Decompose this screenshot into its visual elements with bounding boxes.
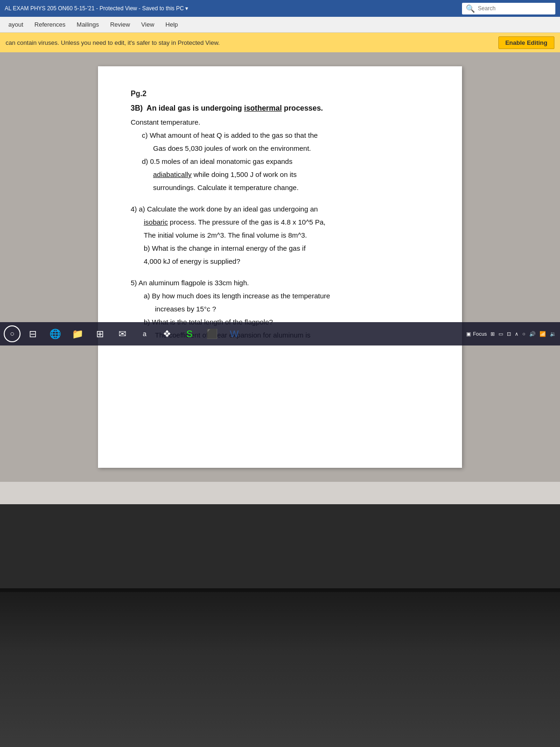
q4-isobaric: isobaric — [144, 218, 168, 226]
menu-references[interactable]: References — [30, 19, 70, 30]
protected-view-bar: can contain viruses. Unless you need to … — [0, 33, 560, 52]
taskbar-mail[interactable]: ✉ — [112, 324, 133, 344]
taskbar-right-area: ▣ Focus ⊞ ▭ ⊡ ∧ ○ 🔊 📶 🔉 — [466, 331, 556, 337]
page-label: Pg.2 — [131, 90, 429, 98]
menu-bar: ayout References Mailings Review View He… — [0, 17, 560, 33]
taskbar-window-icon: ▭ — [498, 331, 503, 337]
focus-button[interactable]: ▣ Focus — [466, 331, 487, 337]
taskbar-search-button[interactable]: ○ — [4, 325, 21, 342]
q4-a1: isobaric process. The pressure of the ga… — [131, 217, 429, 228]
q5-a: a) By how much does its length increase … — [131, 290, 429, 302]
taskbar: ○ ⊟ 🌐 📁 ⊞ ✉ a ❖ S ⬛ W ▣ Focus ⊞ ▭ ⊡ ∧ ○ … — [0, 322, 560, 345]
question-3b: 3B) An ideal gas is undergoing isotherma… — [131, 103, 429, 193]
taskbar-black-square[interactable]: ⬛ — [202, 324, 222, 344]
taskbar-windows[interactable]: ⊞ — [90, 324, 110, 344]
document-page: Pg.2 3B) An ideal gas is undergoing isot… — [98, 66, 462, 468]
q3b-c2: Gas does 5,030 joules of work on the env… — [131, 143, 429, 154]
q3b-c: c) What amount of heat Q is added to the… — [131, 130, 429, 141]
question-4: 4) a) Calculate the work done by an idea… — [131, 204, 429, 267]
focus-icon: ▣ — [466, 331, 471, 337]
taskbar-fullscreen-icon: ⊡ — [507, 331, 511, 337]
q3b-header: 3B) An ideal gas is undergoing isotherma… — [131, 103, 429, 114]
q4-header: 4) a) Calculate the work done by an idea… — [131, 204, 429, 215]
taskbar-network[interactable]: 📶 — [539, 331, 546, 337]
q3b-d: d) 0.5 moles of an ideal monatomic gas e… — [131, 156, 429, 167]
q4-b2: 4,000 kJ of energy is supplied? — [131, 256, 429, 267]
focus-label: Focus — [473, 331, 487, 337]
search-box[interactable]: 🔍 — [462, 3, 555, 14]
taskbar-task-view[interactable]: ⊟ — [22, 324, 43, 344]
menu-review[interactable]: Review — [105, 19, 135, 30]
q3b-d2: adiabatically while doing 1,500 J of wor… — [131, 169, 429, 180]
menu-view[interactable]: View — [137, 19, 159, 30]
q3b-sub1: Constant temperature. — [131, 117, 429, 128]
q5-a2: increases by 15°c ? — [131, 303, 429, 315]
taskbar-dropbox[interactable]: ❖ — [157, 324, 177, 344]
menu-help[interactable]: Help — [161, 19, 183, 30]
protected-view-message: can contain viruses. Unless you need to … — [6, 39, 491, 46]
menu-layout[interactable]: ayout — [4, 19, 28, 30]
laptop-hinge — [0, 588, 560, 592]
menu-mailings[interactable]: Mailings — [72, 19, 104, 30]
taskbar-sound[interactable]: 🔉 — [550, 331, 556, 337]
document-title: AL EXAM PHYS 205 ON60 5-15-'21 - Protect… — [5, 5, 188, 12]
q4-a2: The initial volume is 2m^3. The final vo… — [131, 230, 429, 241]
taskbar-chevron[interactable]: ∧ — [515, 331, 518, 337]
taskbar-s-app[interactable]: S — [179, 324, 200, 344]
laptop-body — [0, 588, 560, 747]
q4-b: b) What is the change in internal energy… — [131, 243, 429, 254]
q5-header: 5) An aluminum flagpole is 33cm high. — [131, 277, 429, 289]
taskbar-volume[interactable]: 🔊 — [529, 331, 536, 337]
document-area: Pg.2 3B) An ideal gas is undergoing isot… — [0, 52, 560, 482]
taskbar-edge[interactable]: 🌐 — [45, 324, 65, 344]
search-input[interactable] — [478, 5, 548, 12]
q3b-adiabatically: adiabatically — [153, 170, 192, 178]
q3b-d3: surroundings. Calculate it temperature c… — [131, 182, 429, 193]
q3b-isothermal: isothermal — [244, 104, 282, 112]
search-icon: 🔍 — [466, 4, 475, 13]
taskbar-grid-icon: ⊞ — [490, 331, 495, 337]
taskbar-circle: ○ — [522, 331, 525, 337]
taskbar-word[interactable]: W — [224, 324, 245, 344]
enable-editing-button[interactable]: Enable Editing — [498, 36, 554, 49]
taskbar-store[interactable]: a — [134, 324, 155, 344]
title-bar: AL EXAM PHYS 205 ON60 5-15-'21 - Protect… — [0, 0, 560, 17]
taskbar-explorer[interactable]: 📁 — [67, 324, 88, 344]
